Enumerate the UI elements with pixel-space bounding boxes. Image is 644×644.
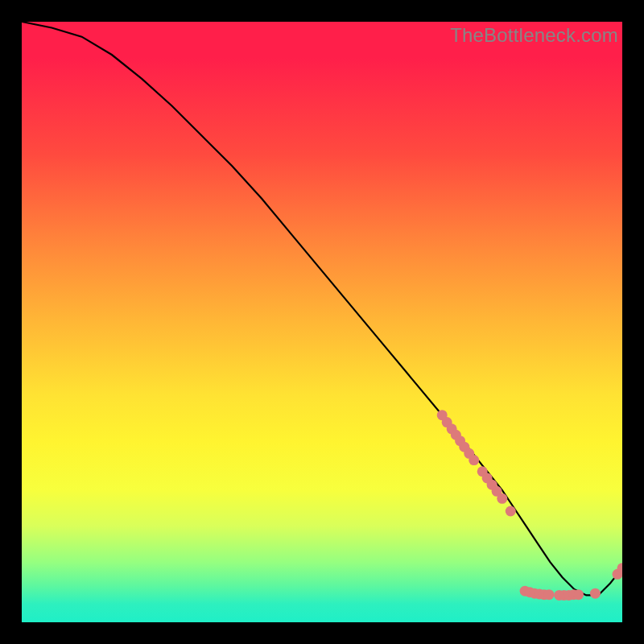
plot-area <box>22 22 622 622</box>
chart-container: TheBottleneck.com <box>0 0 644 644</box>
